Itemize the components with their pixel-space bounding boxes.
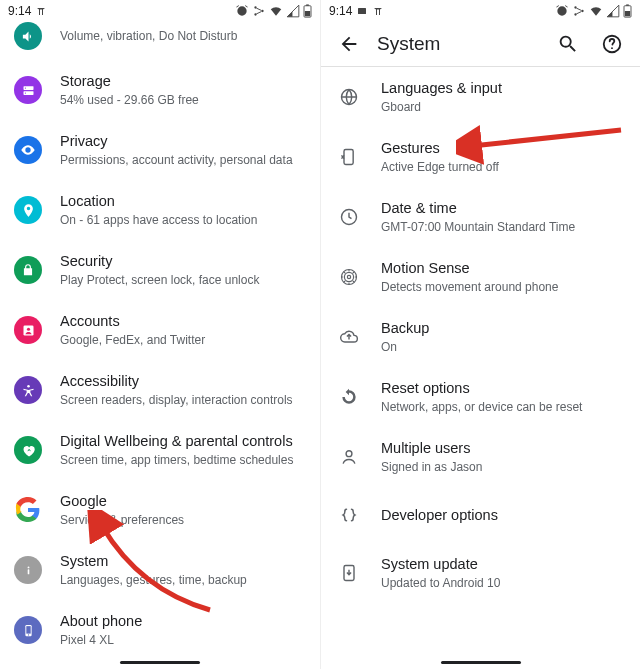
search-button[interactable] bbox=[548, 24, 588, 64]
svg-rect-17 bbox=[26, 626, 30, 634]
app-icon bbox=[356, 5, 368, 17]
battery-icon bbox=[623, 4, 632, 18]
settings-item-system[interactable]: System Languages, gestures, time, backup bbox=[0, 540, 320, 600]
svg-point-14 bbox=[27, 566, 29, 568]
gestures-icon bbox=[335, 143, 363, 171]
item-title: Date & time bbox=[381, 199, 626, 218]
heart-icon bbox=[14, 436, 42, 464]
settings-item-sound[interactable]: Volume, vibration, Do Not Disturb bbox=[0, 22, 320, 60]
system-item-reset[interactable]: Reset options Network, apps, or device c… bbox=[321, 367, 640, 427]
page-title: System bbox=[377, 33, 548, 55]
svg-rect-4 bbox=[306, 4, 309, 5]
settings-item-location[interactable]: Location On - 61 apps have access to loc… bbox=[0, 180, 320, 240]
item-subtitle: Services & preferences bbox=[60, 512, 306, 528]
item-subtitle: Languages, gestures, time, backup bbox=[60, 572, 306, 588]
svg-point-9 bbox=[24, 92, 25, 93]
volume-icon bbox=[14, 22, 42, 50]
system-item-languages[interactable]: Languages & input Gboard bbox=[321, 67, 640, 127]
settings-item-privacy[interactable]: Privacy Permissions, account activity, p… bbox=[0, 120, 320, 180]
gesture-nav-pill[interactable] bbox=[441, 661, 521, 664]
svg-point-8 bbox=[24, 87, 25, 88]
system-item-developer[interactable]: Developer options bbox=[321, 487, 640, 543]
item-subtitle: Google, FedEx, and Twitter bbox=[60, 332, 306, 348]
svg-rect-19 bbox=[358, 8, 366, 14]
item-subtitle: Screen time, app timers, bedtime schedul… bbox=[60, 452, 306, 468]
settings-item-about[interactable]: About phone Pixel 4 XL bbox=[0, 600, 320, 654]
tesla-app-icon bbox=[35, 5, 47, 17]
svg-point-27 bbox=[611, 47, 613, 49]
svg-point-18 bbox=[27, 634, 28, 635]
item-title: Languages & input bbox=[381, 79, 626, 98]
item-title: Security bbox=[60, 252, 306, 271]
system-item-motion[interactable]: Motion Sense Detects movement around pho… bbox=[321, 247, 640, 307]
svg-point-1 bbox=[261, 10, 263, 12]
item-subtitle: On bbox=[381, 339, 626, 355]
system-item-users[interactable]: Multiple users Signed in as Jason bbox=[321, 427, 640, 487]
gesture-nav-pill[interactable] bbox=[120, 661, 200, 664]
item-title: Storage bbox=[60, 72, 306, 91]
settings-item-storage[interactable]: Storage 54% used - 29.66 GB free bbox=[0, 60, 320, 120]
help-button[interactable] bbox=[592, 24, 632, 64]
header: System bbox=[321, 22, 640, 66]
item-subtitle: Pixel 4 XL bbox=[60, 632, 306, 648]
system-item-gestures[interactable]: Gestures Active Edge turned off bbox=[321, 127, 640, 187]
item-subtitle: Play Protect, screen lock, face unlock bbox=[60, 272, 306, 288]
status-bar: 9:14 bbox=[0, 0, 320, 22]
settings-main-pane: 9:14 Volume, vibration, Do Not Disturb bbox=[0, 0, 320, 669]
svg-rect-5 bbox=[305, 11, 310, 16]
search-icon bbox=[557, 33, 579, 55]
item-title: System update bbox=[381, 555, 626, 574]
info-icon bbox=[14, 556, 42, 584]
item-title: Accessibility bbox=[60, 372, 306, 391]
system-item-backup[interactable]: Backup On bbox=[321, 307, 640, 367]
account-box-icon bbox=[14, 316, 42, 344]
item-subtitle: Gboard bbox=[381, 99, 626, 115]
item-title: Reset options bbox=[381, 379, 626, 398]
item-title: Digital Wellbeing & parental controls bbox=[60, 432, 306, 451]
item-subtitle: Detects movement around phone bbox=[381, 279, 626, 295]
eye-icon bbox=[14, 136, 42, 164]
item-subtitle: On - 61 apps have access to location bbox=[60, 212, 306, 228]
settings-item-wellbeing[interactable]: Digital Wellbeing & parental controls Sc… bbox=[0, 420, 320, 480]
settings-item-security[interactable]: Security Play Protect, screen lock, face… bbox=[0, 240, 320, 300]
arrow-back-icon bbox=[338, 33, 360, 55]
accessibility-icon bbox=[14, 376, 42, 404]
settings-item-accounts[interactable]: Accounts Google, FedEx, and Twitter bbox=[0, 300, 320, 360]
item-subtitle: Permissions, account activity, personal … bbox=[60, 152, 306, 168]
settings-item-accessibility[interactable]: Accessibility Screen readers, display, i… bbox=[0, 360, 320, 420]
braces-icon bbox=[335, 501, 363, 529]
svg-point-13 bbox=[27, 385, 30, 388]
item-subtitle: Signed in as Jason bbox=[381, 459, 626, 475]
system-item-update[interactable]: System update Updated to Android 10 bbox=[321, 543, 640, 603]
item-subtitle: 54% used - 29.66 GB free bbox=[60, 92, 306, 108]
svg-point-21 bbox=[581, 10, 583, 12]
item-title: About phone bbox=[60, 612, 306, 631]
system-list[interactable]: Languages & input Gboard Gestures Active… bbox=[321, 67, 640, 603]
bluetooth-share-icon bbox=[252, 4, 266, 18]
signal-icon bbox=[286, 4, 300, 18]
item-title: Backup bbox=[381, 319, 626, 338]
signal-icon bbox=[606, 4, 620, 18]
system-item-datetime[interactable]: Date & time GMT-07:00 Mountain Standard … bbox=[321, 187, 640, 247]
svg-point-34 bbox=[346, 451, 352, 457]
clock-icon bbox=[335, 203, 363, 231]
back-button[interactable] bbox=[329, 24, 369, 64]
alarm-icon bbox=[555, 4, 569, 18]
radar-icon bbox=[335, 263, 363, 291]
item-subtitle: Active Edge turned off bbox=[381, 159, 626, 175]
svg-point-32 bbox=[344, 273, 353, 282]
settings-list[interactable]: Volume, vibration, Do Not Disturb Storag… bbox=[0, 22, 320, 654]
location-pin-icon bbox=[14, 196, 42, 224]
tesla-app-icon bbox=[372, 5, 384, 17]
status-icons bbox=[555, 4, 632, 18]
status-bar: 9:14 bbox=[321, 0, 640, 22]
status-time: 9:14 bbox=[8, 4, 31, 18]
svg-point-10 bbox=[27, 149, 30, 152]
settings-item-google[interactable]: Google Services & preferences bbox=[0, 480, 320, 540]
system-settings-pane: 9:14 System bbox=[320, 0, 640, 669]
battery-icon bbox=[303, 4, 312, 18]
svg-point-33 bbox=[347, 275, 350, 278]
status-icons bbox=[235, 4, 312, 18]
item-title: Gestures bbox=[381, 139, 626, 158]
item-title: Privacy bbox=[60, 132, 306, 151]
